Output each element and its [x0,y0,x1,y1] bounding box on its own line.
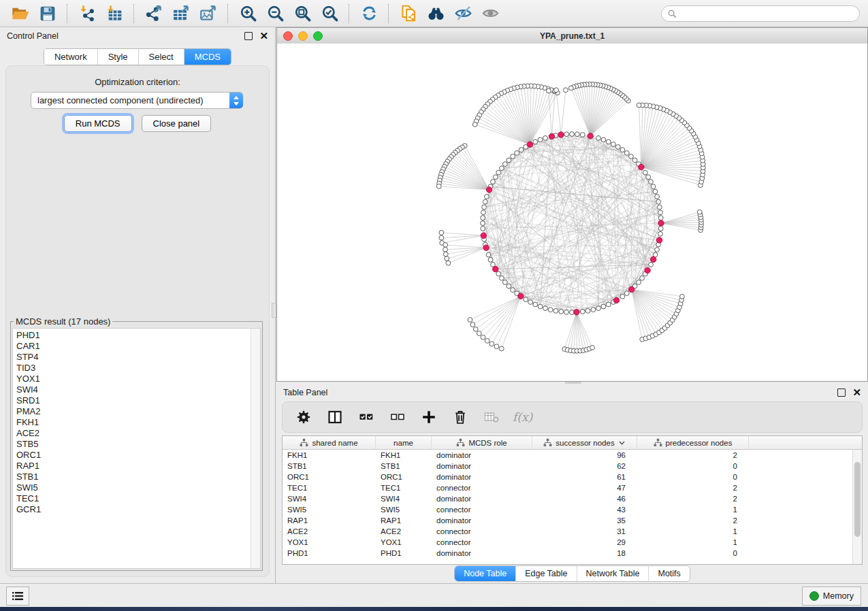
network-node[interactable] [519,148,524,152]
table-row[interactable]: SWI4SWI4dominator462 [283,493,862,504]
network-node[interactable] [485,339,489,344]
select-all-rows-button[interactable] [356,407,376,427]
mcds-result-item[interactable]: STB5 [16,439,260,450]
network-hub-node[interactable] [481,233,486,238]
column-header-shared-name[interactable]: shared name [283,436,376,449]
mcds-result-item[interactable]: ORC1 [16,450,260,461]
network-hub-node[interactable] [658,220,664,226]
mcds-result-item[interactable]: GCR1 [16,504,260,515]
network-node[interactable] [496,271,501,276]
network-node[interactable] [564,88,568,93]
mcds-result-item[interactable]: SWI4 [16,384,260,395]
delete-table-button[interactable] [481,407,502,427]
network-node[interactable] [585,309,590,314]
tab-network-table[interactable]: Network Table [577,566,649,581]
mcds-result-item[interactable]: FKH1 [16,417,260,428]
export-table-button[interactable] [167,2,195,25]
column-header-predecessor-nodes[interactable]: predecessor nodes [637,436,749,449]
export-image-button[interactable] [195,2,222,25]
column-menu-icon[interactable] [618,440,626,446]
network-node[interactable] [515,151,519,156]
close-table-panel-icon[interactable]: ✕ [852,389,861,396]
network-node[interactable] [547,88,551,93]
network-hub-node[interactable] [549,133,554,139]
table-row[interactable]: YOX1YOX1connector291 [283,537,862,548]
network-node[interactable] [656,199,661,204]
table-row[interactable]: STB1STB1dominator620 [283,461,862,472]
network-node[interactable] [524,297,528,302]
network-node[interactable] [494,344,499,349]
mcds-result-item[interactable]: PHD1 [16,330,260,341]
network-node[interactable] [443,243,448,248]
table-row[interactable]: RAP1RAP1dominator352 [283,515,862,526]
network-node[interactable] [482,205,487,210]
tab-edge-table[interactable]: Edge Table [516,566,577,581]
network-node[interactable] [601,137,606,142]
mcds-result-item[interactable]: SRD1 [16,395,260,406]
mcds-result-item[interactable]: TID3 [16,363,260,374]
network-node[interactable] [481,335,485,340]
network-node[interactable] [649,180,654,184]
network-node[interactable] [629,154,634,159]
scrollbar-thumb[interactable] [854,462,861,537]
network-node[interactable] [564,310,569,314]
run-mcds-button[interactable]: Run MCDS [64,115,132,132]
network-node[interactable] [481,221,485,226]
network-node[interactable] [488,257,493,262]
network-node[interactable] [637,280,641,285]
network-node[interactable] [658,227,663,231]
network-node[interactable] [553,309,558,314]
network-node[interactable] [658,205,662,210]
network-node[interactable] [443,252,448,257]
network-node[interactable] [436,184,441,188]
mcds-result-item[interactable]: STP4 [16,352,260,363]
network-node[interactable] [591,308,596,312]
network-node[interactable] [477,331,481,336]
network-node[interactable] [568,86,573,90]
zoom-out-button[interactable] [261,2,289,25]
save-session-button[interactable] [34,2,61,25]
network-canvas[interactable] [277,44,867,381]
refresh-button[interactable] [355,2,383,25]
zoom-fit-button[interactable] [289,2,316,25]
delete-column-button[interactable] [450,407,470,427]
network-node[interactable] [658,216,663,220]
network-node[interactable] [620,148,625,152]
network-node[interactable] [538,137,543,142]
column-header-MCDS-role[interactable]: MCDS role [432,436,532,449]
mcds-list-scrollbar[interactable] [251,329,260,568]
network-node[interactable] [533,139,538,144]
network-node[interactable] [481,227,485,231]
network-hub-node[interactable] [493,266,498,271]
table-row[interactable]: ACE2ACE2connector311 [283,526,862,537]
table-settings-button[interactable] [293,407,314,427]
network-node[interactable] [554,88,559,93]
show-all-button[interactable] [477,2,504,25]
network-hub-node[interactable] [656,237,662,243]
add-column-button[interactable] [419,407,439,427]
close-panel-icon[interactable]: ✕ [259,33,268,39]
network-node[interactable] [548,308,553,312]
hide-selected-button[interactable] [449,2,477,25]
network-node[interactable] [624,291,629,296]
table-row[interactable]: FKH1FKH1dominator962 [283,450,862,461]
mcds-result-item[interactable]: PMA2 [16,406,260,417]
column-header-successor-nodes[interactable]: successor nodes [532,436,637,449]
tab-style[interactable]: Style [98,49,139,65]
table-row[interactable]: ORC1ORC1dominator610 [283,472,862,482]
network-node[interactable] [543,136,548,141]
network-node[interactable] [658,210,663,215]
show-panels-button[interactable] [6,587,29,606]
network-node[interactable] [499,346,504,351]
network-node[interactable] [575,132,580,137]
network-node[interactable] [528,300,533,305]
network-node[interactable] [445,257,449,261]
network-node[interactable] [580,310,585,314]
column-header-name[interactable]: name [376,436,432,449]
network-node[interactable] [606,302,611,307]
network-node[interactable] [611,142,616,147]
network-node[interactable] [500,276,504,280]
mcds-result-item[interactable]: STB1 [16,472,260,482]
tab-node-table[interactable]: Node Table [455,566,516,581]
search-neighbors-button[interactable] [422,2,449,25]
